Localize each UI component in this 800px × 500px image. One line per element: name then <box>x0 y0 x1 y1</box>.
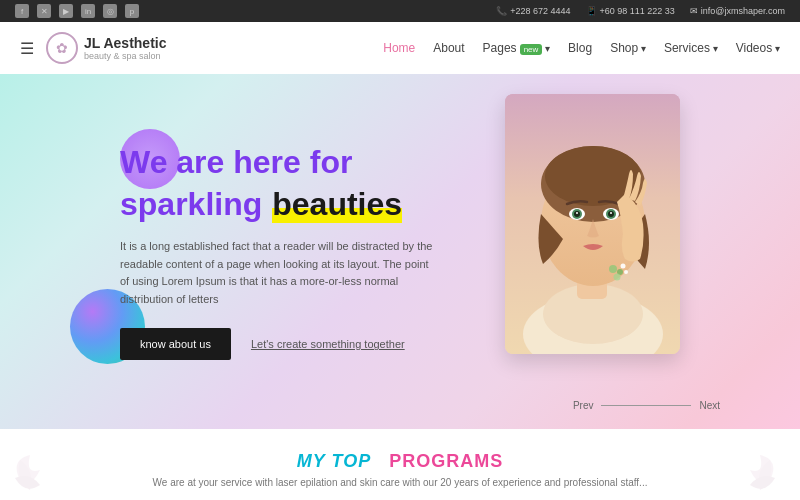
main-nav: Home About Pagesnew Blog Shop Services V… <box>383 41 780 55</box>
slide-progress-line <box>601 405 691 407</box>
svg-point-14 <box>610 212 612 214</box>
hero-photo <box>505 94 680 354</box>
social-links: f ✕ ▶ in ◎ p <box>15 4 139 18</box>
know-about-us-button[interactable]: know about us <box>120 328 231 360</box>
logo[interactable]: ✿ JL Aesthetic beauty & spa salon <box>46 32 166 64</box>
phone2-icon: 📱 <box>586 6 597 16</box>
programs-title: MY TOP PROGRAMS <box>297 451 503 472</box>
hero-headline: We are here for <box>120 143 440 181</box>
nav-videos[interactable]: Videos <box>736 41 780 55</box>
phone1: 📞 +228 672 4444 <box>496 6 570 16</box>
svg-point-17 <box>614 274 621 281</box>
create-together-button[interactable]: Let's create something together <box>251 338 405 350</box>
nav-about[interactable]: About <box>433 41 464 55</box>
contact-info: 📞 +228 672 4444 📱 +60 98 111 222 33 ✉ in… <box>496 6 785 16</box>
nav-shop[interactable]: Shop <box>610 41 646 55</box>
flower-deco-left <box>0 440 80 500</box>
phone2: 📱 +60 98 111 222 33 <box>586 6 675 16</box>
prev-next-controls: Prev Next <box>573 400 720 411</box>
svg-point-10 <box>576 212 578 214</box>
next-label[interactable]: Next <box>699 400 720 411</box>
hero-buttons: know about us Let's create something tog… <box>120 328 440 360</box>
flower-deco-right <box>710 440 800 500</box>
hamburger-menu[interactable]: ☰ <box>20 39 34 58</box>
svg-point-19 <box>624 270 628 274</box>
header: ☰ ✿ JL Aesthetic beauty & spa salon Home… <box>0 22 800 74</box>
hero-content: We are here for sparkling beauties It is… <box>0 143 440 361</box>
twitter-icon[interactable]: ✕ <box>37 4 51 18</box>
nav-home[interactable]: Home <box>383 41 415 55</box>
hero-description: It is a long established fact that a rea… <box>120 238 440 308</box>
logo-text: JL Aesthetic beauty & spa salon <box>84 35 166 61</box>
bottom-section: MY TOP PROGRAMS We are at your service w… <box>0 429 800 500</box>
nav-blog[interactable]: Blog <box>568 41 592 55</box>
email: ✉ info@jxmshaper.com <box>690 6 785 16</box>
facebook-icon[interactable]: f <box>15 4 29 18</box>
top-bar: f ✕ ▶ in ◎ p 📞 +228 672 4444 📱 +60 98 11… <box>0 0 800 22</box>
pages-badge: new <box>520 44 543 55</box>
hero-section: We are here for sparkling beauties It is… <box>0 74 800 429</box>
nav-services[interactable]: Services <box>664 41 718 55</box>
linkedin-icon[interactable]: in <box>81 4 95 18</box>
svg-point-15 <box>609 265 617 273</box>
email-icon: ✉ <box>690 6 698 16</box>
header-left: ☰ ✿ JL Aesthetic beauty & spa salon <box>20 32 166 64</box>
logo-icon: ✿ <box>46 32 78 64</box>
pinterest-icon[interactable]: p <box>125 4 139 18</box>
nav-pages[interactable]: Pagesnew <box>483 41 551 55</box>
prev-label[interactable]: Prev <box>573 400 594 411</box>
phone-icon: 📞 <box>496 6 507 16</box>
hero-subheadline: sparkling beauties <box>120 186 440 223</box>
programs-subtitle: We are at your service with laser epilat… <box>153 477 648 488</box>
youtube-icon[interactable]: ▶ <box>59 4 73 18</box>
svg-point-18 <box>621 264 626 269</box>
instagram-icon[interactable]: ◎ <box>103 4 117 18</box>
hero-image <box>505 94 680 354</box>
